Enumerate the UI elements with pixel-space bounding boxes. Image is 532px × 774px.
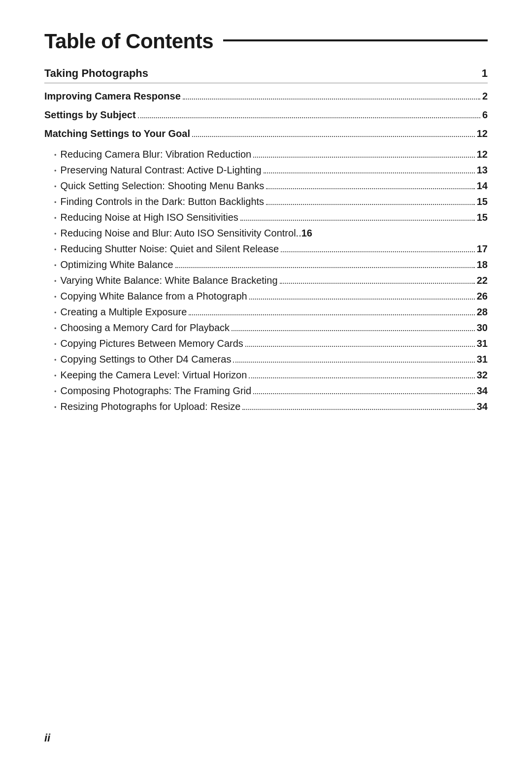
list-item: • Varying White Balance: White Balance B… [44, 272, 488, 288]
list-item: • Resizing Photographs for Upload: Resiz… [44, 399, 488, 414]
section-title: Taking Photographs [44, 67, 148, 80]
bullet-icon: • [54, 403, 57, 413]
toc-dots [249, 299, 475, 300]
list-item: • Composing Photographs: The Framing Gri… [44, 383, 488, 399]
bullet-icon: • [54, 229, 57, 239]
list-item: • Reducing Camera Blur: Vibration Reduct… [44, 146, 488, 162]
list-item: • Keeping the Camera Level: Virtual Hori… [44, 367, 488, 383]
list-item: • Reducing Noise at High ISO Sensitiviti… [44, 209, 488, 225]
bullet-icon: • [54, 213, 57, 224]
list-item: • Reducing Noise and Blur: Auto ISO Sens… [44, 225, 488, 241]
list-item: • Preserving Natural Contrast: Active D-… [44, 162, 488, 178]
list-item: • Choosing a Memory Card for Playback 30 [44, 320, 488, 336]
bullet-icon: • [54, 308, 57, 318]
list-item: • Finding Controls in the Dark: Button B… [44, 194, 488, 209]
toc-dots [253, 157, 475, 158]
bullet-icon: • [54, 198, 57, 208]
bullet-icon: • [54, 387, 57, 397]
bullet-icon: • [54, 339, 57, 350]
list-item: • Optimizing White Balance 18 [44, 257, 488, 272]
footer-page-number: ii [44, 732, 50, 744]
bullet-icon: • [54, 324, 57, 334]
toc-entry-matching-settings: Matching Settings to Your Goal 12 [44, 126, 488, 141]
bullet-icon: • [54, 371, 57, 381]
bullet-icon: • [54, 292, 57, 303]
toc-level1-list: Improving Camera Response 2 Settings by … [44, 88, 488, 141]
bullet-icon: • [54, 261, 57, 271]
list-item: • Reducing Shutter Noise: Quiet and Sile… [44, 241, 488, 257]
toc-dots [183, 99, 480, 100]
toc-dots [281, 251, 475, 252]
toc-entry-improving-camera-response: Improving Camera Response 2 [44, 88, 488, 104]
section-header-taking-photographs: Taking Photographs 1 [44, 67, 488, 83]
toc-dots [175, 267, 475, 268]
toc-dots [245, 346, 475, 347]
toc-dots [242, 409, 474, 410]
bullet-icon: • [54, 355, 57, 366]
toc-dots [240, 220, 475, 221]
bullet-icon: • [54, 245, 57, 255]
bullet-icon: • [54, 166, 57, 176]
toc-dots [138, 117, 480, 118]
list-item: • Creating a Multiple Exposure 28 [44, 304, 488, 320]
toc-dots [280, 283, 475, 284]
toc-entry-settings-by-subject: Settings by Subject 6 [44, 107, 488, 123]
toc-dots [249, 377, 474, 378]
toc-dots [266, 188, 475, 189]
toc-dots [189, 314, 474, 315]
bullet-icon: • [54, 182, 57, 192]
bullet-icon: • [54, 276, 57, 287]
page-title: Table of Contents [44, 30, 488, 53]
list-item: • Copying Settings to Other D4 Cameras 3… [44, 351, 488, 367]
list-item: • Quick Setting Selection: Shooting Menu… [44, 178, 488, 194]
list-item: • Copying Pictures Between Memory Cards … [44, 336, 488, 351]
toc-dots [266, 204, 475, 205]
toc-dots [232, 330, 475, 331]
bullet-icon: • [54, 150, 57, 161]
toc-level2-list: • Reducing Camera Blur: Vibration Reduct… [44, 146, 488, 414]
section-page: 1 [482, 67, 488, 80]
toc-dots [233, 362, 474, 363]
toc-dots [192, 136, 475, 137]
toc-dots [253, 393, 475, 394]
list-item: • Copying White Balance from a Photograp… [44, 288, 488, 304]
title-divider [223, 39, 488, 41]
toc-dots [264, 172, 475, 173]
